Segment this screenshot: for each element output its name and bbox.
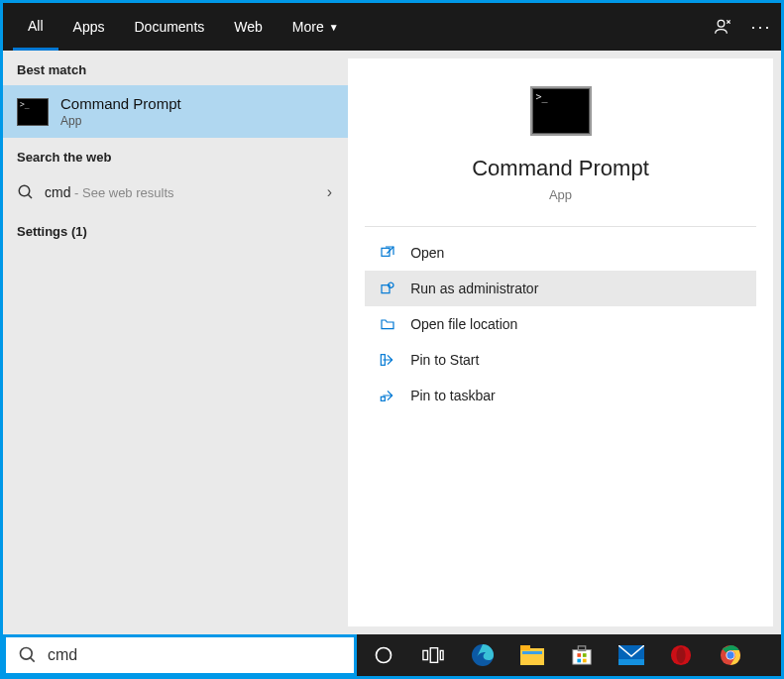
svg-point-0 [718,20,725,27]
search-input[interactable] [48,646,342,664]
action-pin-start-label: Pin to Start [410,352,479,368]
tab-apps[interactable]: Apps [58,3,120,51]
best-match-title: Command Prompt [60,95,181,112]
action-open-file-location[interactable]: Open file location [365,306,756,342]
best-match-label: Best match [3,51,348,85]
admin-shield-icon [379,280,396,297]
mail-icon[interactable] [618,642,644,668]
svg-rect-24 [618,659,644,665]
web-query-text: cmd [45,184,70,200]
command-prompt-icon-large [530,86,592,136]
command-prompt-icon [17,98,49,126]
svg-rect-6 [381,396,385,400]
chevron-right-icon: › [327,183,332,201]
action-run-admin-label: Run as administrator [410,281,538,296]
preview-title: Command Prompt [472,156,649,181]
search-web-label: Search the web [3,138,348,172]
search-icon [18,645,38,665]
preview-panel: Command Prompt App Open Run as administr… [348,58,773,626]
action-pin-to-taskbar[interactable]: Pin to taskbar [365,378,756,413]
search-icon [17,183,35,201]
chrome-icon[interactable] [718,642,743,668]
tab-all-label: All [28,18,44,34]
settings-label: Settings (1) [3,212,348,247]
tab-more-label: More [292,19,324,35]
action-pin-taskbar-label: Pin to taskbar [410,388,496,403]
action-run-as-admin[interactable]: Run as administrator [365,271,756,306]
svg-point-7 [21,648,33,660]
tab-documents-label: Documents [134,19,204,35]
web-result-item[interactable]: cmd - See web results › [3,172,348,212]
preview-subtitle: App [549,187,572,202]
action-open-location-label: Open file location [410,316,517,332]
svg-rect-10 [423,650,428,659]
cortana-icon[interactable] [371,642,396,668]
web-sub-text: - See web results [70,185,173,200]
svg-line-8 [31,658,35,662]
taskbar [357,634,781,676]
svg-rect-15 [520,645,530,650]
svg-rect-12 [440,650,443,659]
action-open-label: Open [410,245,444,261]
options-icon[interactable]: ··· [751,17,771,37]
svg-rect-17 [573,650,591,665]
action-pin-to-start[interactable]: Pin to Start [365,342,756,378]
pin-start-icon [379,351,396,369]
open-icon [379,244,396,262]
svg-rect-19 [577,653,581,657]
best-match-subtitle: App [60,114,181,128]
chevron-down-icon: ▼ [329,22,339,33]
pin-taskbar-icon [379,387,396,404]
svg-rect-21 [577,659,581,663]
svg-point-29 [727,651,733,658]
svg-rect-20 [583,653,587,657]
file-explorer-icon[interactable] [519,642,545,668]
svg-rect-22 [583,659,587,663]
tab-all[interactable]: All [13,3,58,51]
search-box[interactable] [3,634,357,676]
tab-more[interactable]: More ▼ [278,3,354,51]
svg-line-2 [28,194,32,198]
svg-rect-11 [430,648,437,663]
task-view-icon[interactable] [420,642,446,668]
feedback-icon[interactable] [714,17,733,37]
tab-web[interactable]: Web [219,3,278,51]
tab-apps-label: Apps [73,19,105,35]
opera-icon[interactable] [668,642,694,668]
divider [365,226,756,227]
svg-rect-16 [522,651,542,654]
svg-rect-18 [578,646,585,651]
edge-icon[interactable] [470,642,496,668]
action-open[interactable]: Open [365,235,756,271]
folder-icon [379,315,396,333]
microsoft-store-icon[interactable] [569,642,595,668]
results-panel: Best match Command Prompt App Search the… [3,51,348,634]
svg-point-26 [676,647,685,664]
best-match-item[interactable]: Command Prompt App [3,85,348,138]
svg-rect-14 [520,648,544,665]
tab-documents[interactable]: Documents [119,3,219,51]
tab-web-label: Web [234,19,263,35]
svg-point-1 [19,185,30,196]
svg-point-9 [377,648,392,663]
search-tabs-bar: All Apps Documents Web More ▼ ··· [3,3,781,51]
